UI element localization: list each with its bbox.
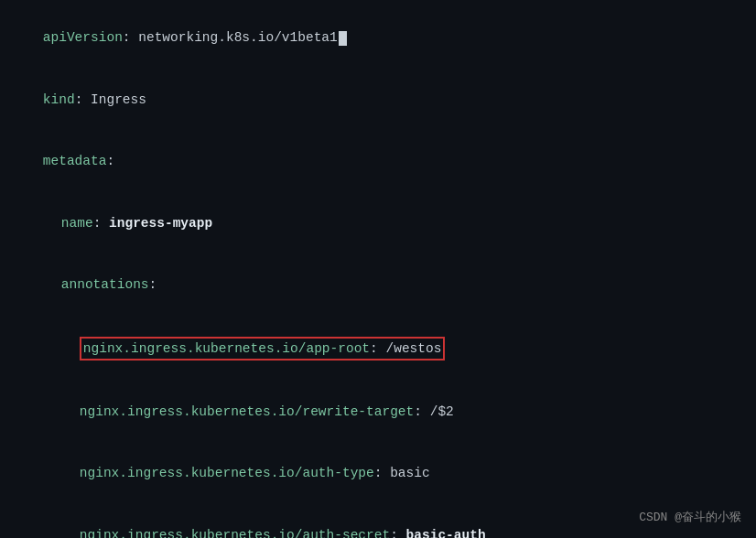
value-name: ingress-myapp [109, 216, 212, 231]
code-line-2: kind: Ingress [11, 69, 745, 130]
highlighted-annotation: nginx.ingress.kubernetes.io/app-root: /w… [80, 337, 446, 360]
value-app-root: /westos [385, 341, 441, 356]
key-apiVersion: apiVersion [43, 30, 123, 45]
key-name: name [61, 216, 93, 231]
code-line-3: metadata: [11, 131, 745, 192]
code-line-1: apiVersion: networking.k8s.io/v1beta1 [11, 7, 745, 69]
value-rewrite-target: /$2 [430, 404, 454, 419]
cursor [339, 31, 347, 46]
key-rewrite-target: nginx.ingress.kubernetes.io/rewrite-targ… [80, 404, 414, 419]
code-line-8: nginx.ingress.kubernetes.io/auth-type: b… [11, 443, 745, 504]
code-line-9: nginx.ingress.kubernetes.io/auth-secret:… [11, 504, 745, 538]
code-editor: apiVersion: networking.k8s.io/v1beta1 ki… [0, 0, 756, 538]
value-auth-type: basic [390, 466, 430, 480]
key-auth-type: nginx.ingress.kubernetes.io/auth-type [80, 466, 374, 480]
value-kind: Ingress [91, 92, 146, 107]
key-auth-secret: nginx.ingress.kubernetes.io/auth-secret [80, 528, 390, 538]
code-line-6: nginx.ingress.kubernetes.io/app-root: /w… [11, 316, 745, 381]
key-annotations: annotations [61, 277, 149, 292]
value-auth-secret: basic-auth [406, 528, 486, 538]
code-line-4: name: ingress-myapp [11, 192, 745, 253]
key-metadata: metadata [43, 154, 107, 168]
code-line-7: nginx.ingress.kubernetes.io/rewrite-targ… [11, 381, 745, 442]
watermark: CSDN @奋斗的小猴 [639, 509, 741, 527]
key-kind: kind [43, 92, 75, 107]
code-line-5: annotations: [11, 254, 745, 316]
key-app-root: nginx.ingress.kubernetes.io/app-root [83, 341, 370, 356]
value-apiVersion: networking.k8s.io/v1beta1 [138, 30, 338, 45]
